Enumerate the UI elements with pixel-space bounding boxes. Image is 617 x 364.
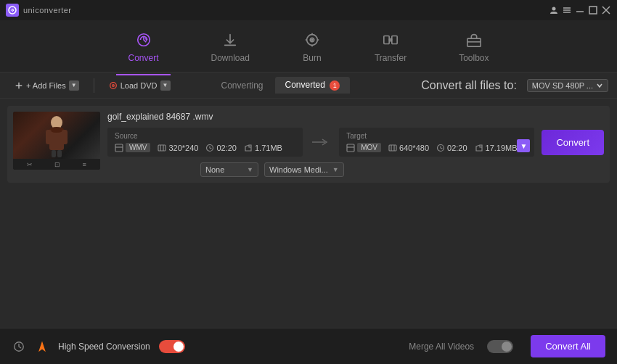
svg-rect-6	[589, 7, 597, 14]
thumbnail-image	[13, 112, 100, 159]
converted-badge: 1	[330, 80, 340, 91]
source-size: 1.71MB	[244, 144, 282, 152]
convert-button[interactable]: Convert	[542, 130, 604, 155]
svg-point-1	[552, 7, 556, 11]
maximize-button[interactable]	[588, 5, 598, 15]
effect-select-1[interactable]: None ▼	[200, 162, 258, 177]
source-resolution-value: 320*240	[168, 144, 198, 152]
bottombar: High Speed Conversion Merge All Videos C…	[0, 328, 617, 364]
source-to-target-arrow	[310, 131, 332, 153]
file-name: golf_explained 84687 .wmv	[107, 112, 604, 122]
crop-tool-icon[interactable]: ⊡	[54, 161, 60, 168]
svg-rect-34	[158, 145, 166, 151]
target-format-badge: MOV	[357, 143, 381, 152]
source-format-badge: WMV	[126, 143, 150, 152]
close-button[interactable]	[601, 5, 611, 15]
target-duration-value: 02:20	[447, 144, 467, 152]
svg-rect-39	[347, 144, 354, 152]
svg-rect-29	[62, 130, 68, 144]
tab-converted[interactable]: Converted 1	[275, 77, 351, 94]
add-files-label: + Add Files	[26, 81, 66, 90]
nav-convert[interactable]: Convert	[116, 24, 170, 69]
effect-1-value: None	[205, 165, 224, 174]
thumbnail-tools: ✂ ⊡ ≡	[13, 159, 100, 170]
source-duration: 02:20	[205, 144, 237, 152]
menu-icon[interactable]	[562, 5, 572, 15]
svg-rect-31	[57, 150, 62, 157]
nav-burn-label: Burn	[303, 53, 321, 63]
convert-all-button[interactable]: Convert All	[531, 335, 605, 357]
titlebar: uniconverter	[0, 0, 617, 20]
speed-icon	[35, 339, 49, 354]
nav-burn[interactable]: Burn	[290, 24, 334, 69]
convert-all-files-label: Convert all files to:	[421, 79, 517, 92]
load-dvd-label: Load DVD	[120, 81, 158, 90]
source-box: Source WMV 320*240 02:20	[107, 128, 303, 157]
nav-convert-label: Convert	[128, 53, 158, 63]
svg-point-27	[49, 127, 64, 133]
add-files-dropdown[interactable]: ▼	[69, 80, 79, 91]
effect-1-arrow: ▼	[247, 166, 253, 173]
merge-toggle-knob	[502, 342, 512, 352]
load-dvd-button[interactable]: Load DVD ▼	[103, 78, 176, 93]
svg-rect-18	[392, 36, 397, 44]
titlebar-controls	[549, 5, 611, 15]
nav-download[interactable]: Download	[200, 24, 261, 69]
thumbnail: ✂ ⊡ ≡	[13, 112, 100, 170]
target-size: 17.19MB	[475, 144, 518, 152]
merge-label: Merge All Videos	[409, 342, 474, 352]
minimize-button[interactable]	[575, 5, 585, 15]
convert-nav-icon	[134, 30, 154, 50]
nav-transfer[interactable]: Transfer	[363, 24, 418, 69]
target-format: MOV	[346, 143, 381, 152]
load-dvd-dropdown[interactable]: ▼	[160, 80, 171, 91]
target-resolution-value: 640*480	[399, 144, 429, 152]
target-label: Target	[346, 132, 527, 140]
merge-toggle[interactable]	[487, 340, 513, 353]
clock-icon[interactable]	[12, 339, 26, 354]
effect-select-2[interactable]: Windows Medi... ▼	[264, 162, 344, 177]
target-dropdown-button[interactable]: ▼	[517, 139, 530, 152]
target-details: MOV 640*480 02:20 17.19MB	[346, 143, 527, 152]
format-select[interactable]: MOV SD 480P ...	[527, 79, 608, 92]
speed-label: High Speed Conversion	[58, 342, 150, 352]
toolbar-divider-1	[94, 78, 94, 93]
cut-tool-icon[interactable]: ✂	[27, 161, 33, 168]
format-value: MOV SD 480P ...	[532, 81, 593, 90]
svg-rect-30	[52, 150, 56, 157]
effect-2-arrow: ▼	[332, 166, 339, 173]
svg-point-24	[112, 84, 114, 86]
source-target-row: Source WMV 320*240 02:20	[107, 128, 604, 157]
user-icon[interactable]	[549, 5, 559, 15]
source-duration-value: 02:20	[216, 144, 237, 152]
nav-toolbox-label: Toolbox	[459, 53, 489, 63]
speed-toggle-knob	[173, 342, 184, 352]
toolbox-nav-icon	[464, 30, 484, 50]
source-format: WMV	[115, 143, 150, 152]
nav-toolbox[interactable]: Toolbox	[447, 24, 500, 69]
target-resolution: 640*480	[388, 144, 429, 152]
svg-point-12	[311, 39, 313, 41]
main-content: ✂ ⊡ ≡ golf_explained 84687 .wmv Source W…	[0, 99, 617, 328]
burn-nav-icon	[302, 30, 322, 50]
file-item: ✂ ⊡ ≡ golf_explained 84687 .wmv Source W…	[7, 106, 610, 183]
speed-toggle[interactable]	[159, 340, 185, 353]
svg-rect-19	[467, 38, 481, 46]
tabs-area: Converting Converted 1	[211, 77, 416, 94]
source-size-value: 1.71MB	[255, 144, 282, 152]
source-label: Source	[115, 132, 295, 140]
svg-rect-32	[115, 144, 123, 152]
source-details: WMV 320*240 02:20 1.71MB	[115, 143, 295, 152]
tab-converting[interactable]: Converting	[211, 78, 274, 94]
svg-rect-28	[46, 130, 52, 144]
svg-rect-17	[384, 36, 389, 44]
navbar: Convert Download Burn	[0, 20, 617, 73]
settings-tool-icon[interactable]: ≡	[83, 161, 86, 168]
effect-2-value: Windows Medi...	[269, 165, 328, 174]
nav-transfer-label: Transfer	[375, 53, 406, 63]
transfer-nav-icon	[380, 30, 401, 50]
titlebar-left: uniconverter	[6, 4, 72, 17]
effects-row: None ▼ Windows Medi... ▼	[107, 162, 604, 177]
nav-download-label: Download	[211, 53, 250, 63]
add-files-button[interactable]: + Add Files ▼	[9, 78, 85, 93]
